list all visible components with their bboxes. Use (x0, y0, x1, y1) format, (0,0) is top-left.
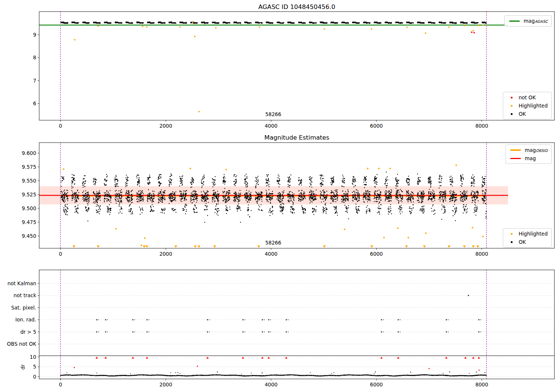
ion-rad-flag-point (478, 319, 479, 320)
highlighted-point (192, 22, 193, 23)
x-tick-label: 2000 (159, 382, 172, 388)
dr-outlier-point (177, 372, 178, 373)
dr-gt5-flag-point (286, 332, 287, 333)
dr-gt5-flag-point (398, 332, 399, 333)
clipped-low-triangle (476, 246, 479, 248)
legend-point-types-top: not OK Highlighted OK (503, 92, 552, 119)
flag-category-label: Sat. pixel. (11, 305, 36, 311)
y-tick-label: 9.450 (22, 233, 36, 239)
clipped-low-triangle (323, 246, 326, 248)
highlighted-point (425, 32, 426, 34)
highlighted-point (179, 27, 181, 28)
dr-not-ok-point (74, 367, 75, 368)
highlighted-point (389, 168, 391, 169)
x-tick-label: 0 (59, 123, 62, 129)
highlighted-point (324, 28, 325, 30)
legend-item: OK (507, 239, 548, 245)
flag-category-label: Ion. rad. (15, 317, 36, 323)
highlighted-point (371, 28, 372, 30)
ok-dot-marker (511, 241, 513, 243)
ion-rad-flag-point (96, 319, 97, 320)
highlighted-point (383, 237, 385, 238)
axes-frame (39, 12, 554, 120)
dr-outlier-point (485, 372, 485, 373)
ion-rad-flag-point (381, 319, 382, 320)
clipped-low-triangle (423, 246, 426, 248)
highlighted-point (144, 237, 146, 239)
dr-tick-label: 5 (33, 364, 36, 370)
x-tick-label: 0 (59, 382, 62, 388)
not-ok-point (471, 31, 473, 33)
clipped-low-triangle (197, 246, 200, 248)
y-tick-label: 9 (33, 32, 36, 38)
legend-item: Highlighted (507, 103, 548, 109)
ion-rad-flag-point (242, 319, 243, 320)
highlighted-point (115, 228, 117, 230)
dr-outlier-point (476, 372, 477, 373)
dr-outlier-point (375, 371, 376, 372)
legend-label: OK (519, 239, 526, 245)
y-tick-label: 8 (33, 55, 36, 60)
clipped-low-triangle (145, 246, 148, 248)
dr-clipped-10-marker (477, 357, 480, 359)
estimates-chart-area (39, 143, 508, 248)
obsid-label-top: 58266 (258, 111, 289, 117)
dr-clipped-10-marker (146, 357, 148, 359)
highlighted-point (190, 168, 191, 169)
flag-category-label: not track (13, 292, 36, 298)
dr-outlier-point (410, 372, 411, 373)
highlighted-point (397, 227, 399, 229)
dr-gt5-flag-point (262, 332, 263, 333)
clipped-low-triangle (257, 246, 260, 248)
flag-category-label: not Kalman (7, 280, 36, 286)
dr-gt5-flag-point (146, 332, 147, 333)
highlighted-point (141, 245, 142, 246)
x-tick-label: 4000 (265, 123, 277, 129)
legend-point-types-middle: Highlighted OK (503, 228, 552, 248)
legend-item: mag (510, 155, 548, 161)
legend-item: Highlighted (507, 231, 548, 237)
highlighted-point (482, 25, 484, 26)
y-tick-label: 9.550 (22, 178, 36, 184)
dr-gt5-flag-point (478, 332, 479, 333)
highlighted-point (344, 228, 345, 230)
highlighted-point (215, 27, 217, 29)
clipped-low-triangle (405, 246, 408, 248)
dr-gt5-flag-point (207, 332, 208, 333)
dr-gt5-flag-point (105, 332, 106, 333)
legend-item: magOBSID (510, 147, 548, 153)
highlighted-point (464, 25, 465, 26)
legend-label: Highlighted (519, 231, 548, 237)
legend-item: OK (507, 111, 548, 117)
highlighted-point (473, 30, 474, 31)
ion-rad-flag-point (262, 319, 263, 320)
clipped-low-triangle (370, 246, 373, 248)
ion-rad-flag-point (268, 319, 269, 320)
y-tick-label: 9.525 (22, 192, 36, 197)
dr-clipped-10-marker (397, 357, 399, 359)
dr-gt5-flag-point (268, 332, 269, 333)
dr-outlier-point (262, 373, 262, 373)
highlighted-point (406, 27, 408, 28)
not-ok-dot-marker (511, 97, 513, 99)
highlighted-point (146, 26, 147, 28)
dr-gt5-flag-point (96, 332, 97, 333)
dr-not-ok-point (479, 370, 480, 371)
dr-outlier-point (217, 371, 218, 372)
mag-obsid-line-marker (510, 149, 521, 151)
highlighted-point (472, 227, 473, 228)
clipped-low-triangle (143, 246, 146, 248)
plots-svg: 0200040006000800002000400060008000020004… (0, 0, 560, 392)
ok-dot-marker (511, 113, 513, 115)
dr-not-ok-point (197, 365, 198, 367)
mag-line-marker (510, 158, 521, 159)
dr-ok-scatter (60, 373, 486, 376)
y-tick-label: 9.600 (22, 150, 36, 156)
highlighted-point (455, 164, 457, 166)
dr-gt5-flag-point (446, 332, 447, 333)
clipped-low-triangle (448, 246, 451, 248)
x-tick-label: 8000 (475, 123, 488, 129)
legend-label: magAGASC (523, 18, 548, 24)
highlighted-point (448, 27, 450, 28)
dr-gt5-flag-point (242, 332, 243, 333)
